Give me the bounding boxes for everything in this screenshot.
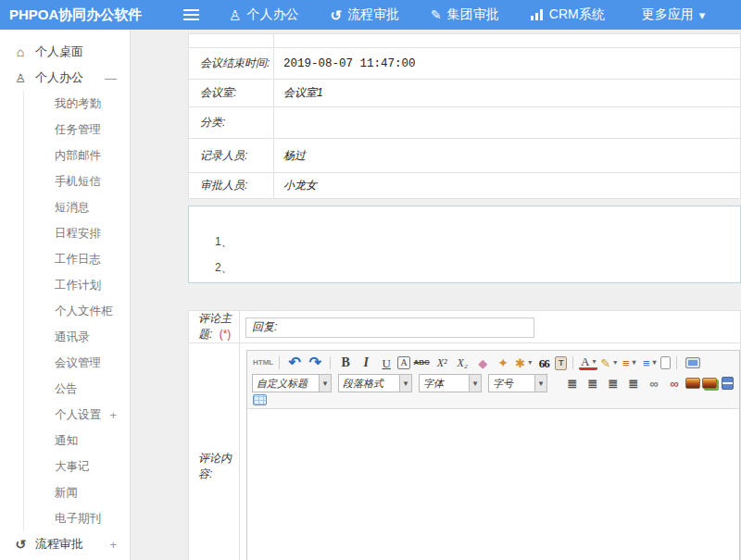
superscript-icon[interactable]: X² <box>433 354 451 372</box>
sidebar-item[interactable]: 内部邮件 <box>23 143 130 168</box>
flow-icon <box>330 8 342 22</box>
table-grid-icon[interactable] <box>253 394 267 405</box>
nav-item[interactable]: CRM系统 <box>531 6 610 23</box>
sidebar-item[interactable]: 流程审批 + <box>0 531 130 557</box>
font-style-box-icon[interactable]: A <box>397 356 410 369</box>
new-page-icon[interactable] <box>660 356 671 369</box>
italic-icon[interactable]: I <box>357 354 375 372</box>
format-brush-icon[interactable]: ✱ <box>514 354 533 372</box>
sidebar-item[interactable]: 个人办公 — <box>0 65 130 91</box>
align-right-icon[interactable]: ≣ <box>604 374 622 392</box>
field-value: 小龙女 <box>274 173 741 199</box>
sidebar-item[interactable]: 日程安排 <box>23 220 130 246</box>
sidebar-item-label: 流程审批 <box>35 536 83 553</box>
unordered-list-icon[interactable]: ≡ <box>640 354 659 372</box>
unlink-icon[interactable]: ∞ <box>665 374 684 392</box>
content-line: 1、 <box>215 229 740 255</box>
sidebar-item[interactable]: 个人文件柜 <box>23 298 130 324</box>
toolbar-row-3 <box>250 393 736 406</box>
nav-item[interactable]: 更多应用 <box>636 6 706 23</box>
sidebar-item[interactable]: 手机短信 <box>23 168 130 194</box>
nav-item-label: 个人办公 <box>246 6 298 23</box>
fullscreen-icon[interactable] <box>685 357 700 368</box>
comment-subject-value-cell <box>240 311 741 343</box>
sidebar-item[interactable]: 新闻 <box>23 479 130 505</box>
content-line: 2、 <box>215 255 740 280</box>
comment-content-value-cell: HTML ↶ ↷ B <box>240 343 741 560</box>
subscript-icon[interactable]: X₂ <box>453 354 471 372</box>
editor-content-area[interactable] <box>247 409 739 560</box>
expand-toggle[interactable]: + <box>109 538 117 552</box>
form-row: 会议室: 会议室1 <box>189 80 741 107</box>
nav-item[interactable]: 流程审批 <box>330 6 405 23</box>
sidebar-item[interactable]: 个人桌面 <box>0 39 130 65</box>
field-label: 会议结束时间: <box>189 48 274 80</box>
format-select[interactable]: 自定义标题 <box>252 374 332 392</box>
main-content: 会议结束时间: 2019-08-07 11:47:00 会议室: 会议室1 分类… <box>188 30 741 560</box>
toolbar-row-1: HTML ↶ ↷ B <box>250 353 736 373</box>
sidebar-item-label: 大事记 <box>55 459 90 475</box>
hamburger-menu-icon[interactable] <box>183 9 199 21</box>
format-select[interactable]: 字号 <box>488 374 547 392</box>
sidebar-item-label: 个人设置 <box>55 407 101 423</box>
format-select-label: 段落格式 <box>339 377 387 391</box>
field-value <box>274 107 741 139</box>
field-label <box>189 34 274 48</box>
clean-brush-icon[interactable]: ✦ <box>494 354 512 372</box>
eraser-icon[interactable]: ◆ <box>473 354 492 372</box>
paste-icon[interactable]: T <box>555 356 567 370</box>
nav-item[interactable]: 个人办公 <box>229 6 304 23</box>
align-left-icon[interactable]: ≣ <box>563 374 582 392</box>
sidebar-item[interactable]: 公告 <box>23 376 130 402</box>
chevron-down-icon[interactable] <box>534 375 546 392</box>
sidebar-item-label: 通讯录 <box>55 330 90 345</box>
sidebar-item[interactable]: 短消息 <box>23 194 130 220</box>
format-select[interactable]: 段落格式 <box>338 374 412 392</box>
bold-icon[interactable]: B <box>336 354 355 372</box>
html-source-icon[interactable]: HTML <box>253 354 273 372</box>
sidebar-item[interactable]: 我的考勤 <box>23 91 130 117</box>
image-icon[interactable] <box>685 378 700 389</box>
nav-item-label: 更多应用 <box>642 6 694 23</box>
comment-content-row: 评论内容: HTML ↶ <box>189 343 741 560</box>
format-select-label: 字号 <box>489 377 517 391</box>
media-icon[interactable] <box>722 377 734 390</box>
person-icon <box>13 71 28 84</box>
sidebar-item[interactable]: 个人设置 + <box>23 402 130 428</box>
form-row: 记录人员: 杨过 <box>189 139 741 173</box>
expand-toggle[interactable]: — <box>105 71 117 85</box>
sidebar-item[interactable]: 工作日志 <box>23 246 130 272</box>
redo-icon[interactable]: ↷ <box>306 354 324 372</box>
chevron-down-icon[interactable] <box>399 375 411 392</box>
underline-icon[interactable]: U <box>377 354 396 372</box>
link-icon[interactable]: ∞ <box>645 374 663 392</box>
comment-subject-input[interactable] <box>245 317 534 338</box>
editor-toolbar: HTML ↶ ↷ B <box>247 351 739 409</box>
sidebar-item[interactable]: 会议管理 <box>23 350 130 376</box>
crm-icon <box>531 9 544 20</box>
sidebar-item[interactable]: 大事记 <box>23 454 130 479</box>
blockquote-icon[interactable]: 66 <box>534 354 553 372</box>
highlight-icon[interactable]: ✎ <box>599 354 618 372</box>
expand-toggle[interactable]: + <box>109 408 117 422</box>
sidebar-item[interactable]: 电子期刊 <box>23 505 130 531</box>
sidebar-item[interactable]: 通知 <box>23 428 130 454</box>
align-center-icon[interactable]: ≣ <box>584 374 602 392</box>
nav-item[interactable]: 集团审批 <box>431 6 505 23</box>
ordered-list-icon[interactable]: ≡ <box>620 354 638 372</box>
format-select[interactable]: 字体 <box>419 374 482 392</box>
chevron-down-icon[interactable] <box>469 375 481 392</box>
form-row: 分类: <box>189 107 741 139</box>
sidebar-item-label: 个人文件柜 <box>55 304 113 319</box>
chevron-down-icon[interactable] <box>319 375 331 392</box>
strikethrough-icon[interactable]: ABC <box>412 354 431 372</box>
sidebar-item[interactable]: 任务管理 <box>23 117 130 143</box>
font-color-icon[interactable]: A <box>579 355 597 370</box>
sidebar-item[interactable]: 工作计划 <box>23 272 130 298</box>
comment-content-label: 评论内容: <box>198 452 232 480</box>
sidebar-item[interactable]: 通讯录 <box>23 324 130 350</box>
justify-icon[interactable]: ≣ <box>624 374 643 392</box>
undo-icon[interactable]: ↶ <box>285 354 304 372</box>
flash-image-icon[interactable] <box>702 378 717 389</box>
sidebar-item-label: 会议管理 <box>55 355 101 371</box>
